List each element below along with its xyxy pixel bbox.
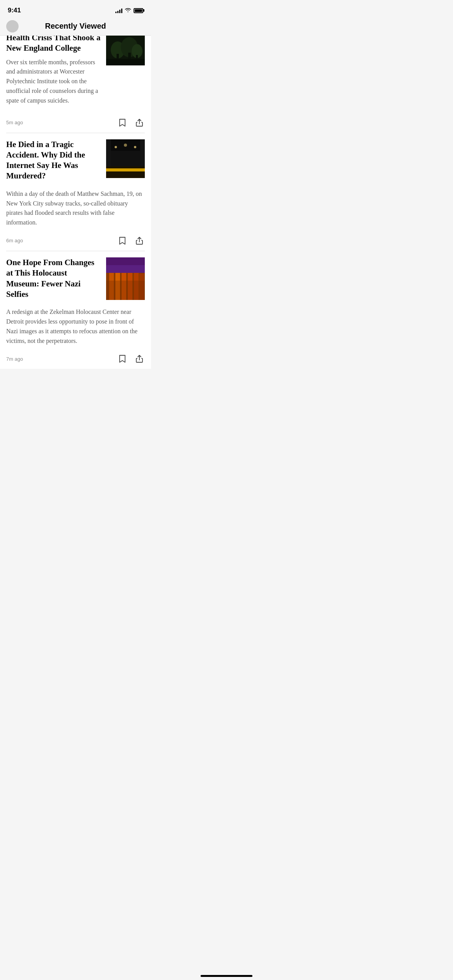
share-button[interactable] [134,235,145,246]
share-icon [136,118,143,127]
bookmark-button[interactable] [117,353,128,364]
share-button[interactable] [134,117,145,128]
bookmark-icon [119,118,126,127]
svg-rect-12 [108,151,143,168]
back-button[interactable] [6,20,19,33]
article-time: 7m ago [6,356,23,362]
article-footer: 7m ago [6,350,145,369]
article-description: Over six terrible months, professors and… [6,58,101,106]
svg-rect-7 [106,59,145,65]
article-body: One Hope From Changes at This Holocaust … [6,257,145,303]
status-time: 9:41 [8,7,21,14]
svg-point-15 [115,146,117,148]
svg-rect-29 [106,257,145,265]
svg-rect-18 [106,166,145,178]
article-thumbnail [106,139,145,178]
article-footer: 5m ago [6,114,145,133]
article-actions [117,117,145,128]
status-bar: 9:41 [0,0,151,19]
signal-icon [115,8,122,13]
article-time: 5m ago [6,120,23,125]
article-thumbnail [106,257,145,300]
article-title: He Died in a Tragic Accident. Why Did th… [6,139,101,182]
nav-header: Recently Viewed [0,19,151,36]
bookmark-button[interactable] [117,117,128,128]
share-button[interactable] [134,353,145,364]
article-actions [117,353,145,364]
article-description: A redesign at the Zekelman Holocaust Cen… [6,307,145,346]
articles-list: Health Crisis That Shook a New England C… [0,36,151,369]
article-footer: 6m ago [6,232,145,251]
page-title: Recently Viewed [45,22,106,31]
article-title: One Hope From Changes at This Holocaust … [6,257,101,300]
article-description: Within a day of the death of Matthew Sac… [6,189,145,228]
article-time: 6m ago [6,238,23,243]
bookmark-icon [119,236,126,245]
status-icons [115,7,143,14]
article-item[interactable]: Health Crisis That Shook a New England C… [0,36,151,133]
article-body: He Died in a Tragic Accident. Why Did th… [6,139,145,185]
svg-rect-19 [106,168,145,171]
share-icon [136,236,143,245]
article-item[interactable]: He Died in a Tragic Accident. Why Did th… [0,133,151,251]
bookmark-button[interactable] [117,235,128,246]
article-actions [117,235,145,246]
share-icon [136,355,143,363]
svg-point-17 [134,146,136,148]
article-title: Health Crisis That Shook a New England C… [6,36,101,54]
svg-rect-30 [106,281,145,300]
battery-icon [134,8,143,13]
article-thumbnail [106,36,145,65]
svg-point-16 [124,144,127,147]
article-body: Health Crisis That Shook a New England C… [6,36,145,110]
article-item[interactable]: One Hope From Changes at This Holocaust … [0,251,151,369]
wifi-icon [125,7,131,14]
bookmark-icon [119,355,126,363]
